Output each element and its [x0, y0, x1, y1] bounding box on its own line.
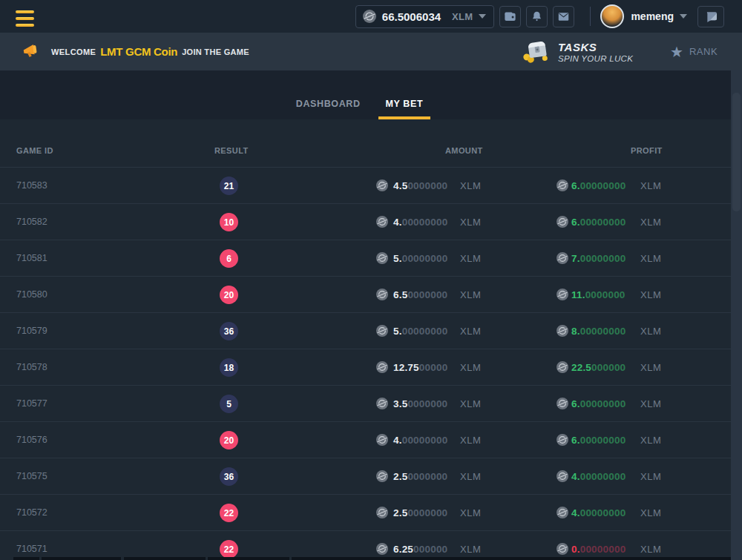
bet-profit: 0.00000000	[571, 544, 626, 555]
table-row[interactable]: 710577 5 3.50000000 XLM 6.00000000 XLM	[0, 386, 731, 422]
username[interactable]: memeng	[631, 10, 674, 22]
bet-amount: 6.25000000	[393, 544, 447, 555]
amount-currency: XLM	[460, 471, 481, 482]
envelope-icon	[556, 10, 571, 24]
game-id: 710578	[16, 362, 47, 372]
bet-amount: 4.00000000	[393, 435, 447, 446]
bet-profit: 6.00000000	[571, 398, 626, 409]
game-id: 710580	[16, 289, 47, 300]
bet-amount: 4.00000000	[393, 217, 447, 228]
xlm-coin-icon	[556, 216, 568, 228]
xlm-coin-icon	[376, 179, 388, 191]
table-row[interactable]: 710583 21 4.50000000 XLM 6.00000000 XLM	[0, 168, 731, 204]
bet-amount: 3.50000000	[393, 398, 447, 409]
scrollbar[interactable]	[731, 70, 742, 560]
game-id: 710581	[16, 253, 47, 263]
xlm-coin-icon	[556, 398, 568, 409]
game-id: 710572	[16, 507, 47, 518]
chevron-down-icon	[680, 14, 687, 19]
xlm-coin-icon	[556, 470, 568, 482]
topbar-right: 66.5006034 XLM memeng	[355, 0, 724, 33]
balance-box[interactable]: 66.5006034 XLM	[355, 5, 495, 28]
table-row[interactable]: 710581 6 5.00000000 XLM 7.00000000 XLM	[0, 240, 731, 277]
bet-profit: 7.00000000	[571, 253, 626, 264]
xlm-coin-icon	[556, 361, 568, 373]
top-navbar: 66.5006034 XLM memeng	[0, 0, 742, 33]
amount-currency: XLM	[460, 289, 481, 300]
header-game-id: GAME ID	[16, 146, 53, 155]
xlm-coin-icon	[376, 361, 388, 373]
game-id: 710579	[16, 326, 47, 336]
table-row[interactable]: 710578 18 12.7500000 XLM 22.5000000 XLM	[0, 349, 731, 386]
result-badge: 22	[220, 504, 238, 522]
result-badge: 21	[220, 177, 238, 195]
amount-currency: XLM	[460, 326, 481, 337]
menu-icon[interactable]	[16, 10, 34, 30]
balance-currency-select[interactable]: XLM	[452, 11, 473, 22]
xlm-coin-icon	[376, 216, 388, 228]
table-row[interactable]: 710582 10 4.00000000 XLM 6.00000000 XLM	[0, 204, 731, 240]
rank-widget[interactable]: ★ RANK	[670, 33, 718, 70]
xlm-coin-icon	[556, 325, 568, 337]
profit-currency: XLM	[640, 217, 661, 228]
profit-currency: XLM	[640, 471, 661, 482]
star-icon: ★	[670, 45, 683, 59]
xlm-coin-icon	[376, 289, 388, 300]
bet-amount: 12.7500000	[393, 362, 447, 373]
profit-currency: XLM	[640, 544, 661, 555]
profit-currency: XLM	[640, 180, 661, 191]
bet-profit: 8.00000000	[571, 326, 626, 337]
messages-button[interactable]	[553, 6, 574, 27]
balance-amount: 66.5006034	[382, 10, 441, 23]
amount-currency: XLM	[460, 217, 481, 228]
chat-button[interactable]	[697, 6, 724, 27]
bet-profit: 22.5000000	[571, 362, 626, 373]
notifications-button[interactable]	[526, 6, 548, 27]
table-body: 710583 21 4.50000000 XLM 6.00000000 XLM …	[0, 168, 731, 560]
tab-my-bet[interactable]: MY BET	[378, 70, 431, 119]
xlm-coin-icon	[556, 179, 568, 191]
page: 66.5006034 XLM memeng WELCO	[0, 0, 742, 560]
result-badge: 10	[220, 213, 238, 231]
xlm-coin-icon	[363, 10, 376, 23]
result-badge: 36	[220, 322, 238, 340]
wallet-button[interactable]	[499, 6, 521, 27]
amount-currency: XLM	[460, 398, 481, 409]
amount-currency: XLM	[460, 180, 481, 191]
table-row[interactable]: 710572 22 2.50000000 XLM 4.00000000 XLM	[0, 495, 731, 531]
table-row[interactable]: 710576 20 4.00000000 XLM 6.00000000 XLM	[0, 422, 731, 458]
profit-currency: XLM	[640, 326, 661, 337]
table-row[interactable]: 710580 20 6.50000000 XLM 11.0000000 XLM	[0, 277, 731, 313]
bet-amount: 2.50000000	[393, 471, 447, 482]
bet-amount: 5.00000000	[393, 326, 447, 337]
xlm-coin-icon	[556, 507, 568, 518]
table-row[interactable]: 710579 36 5.00000000 XLM 8.00000000 XLM	[0, 313, 731, 349]
result-badge: 20	[220, 286, 238, 304]
bet-amount: 4.50000000	[393, 180, 447, 191]
table-row[interactable]: 710571 22 6.25000000 XLM 0.00000000 XLM	[0, 531, 731, 560]
coin-name[interactable]: LMT GCM Coin	[100, 45, 177, 58]
rank-label: RANK	[689, 46, 718, 57]
xlm-coin-icon	[376, 507, 388, 518]
scrollbar-thumb[interactable]	[732, 93, 741, 211]
tasks-widget[interactable]: TASKS SPIN YOUR LUCK	[521, 33, 633, 70]
tasks-title: TASKS	[558, 41, 633, 53]
game-id: 710583	[16, 180, 47, 191]
bet-amount: 5.00000000	[393, 253, 447, 264]
bet-profit: 6.00000000	[571, 180, 626, 191]
announcement-bar: WELCOME LMT GCM Coin JOIN THE GAME TASKS…	[0, 33, 742, 70]
profit-currency: XLM	[640, 435, 661, 446]
header-result: RESULT	[214, 146, 249, 155]
tab-dashboard[interactable]: DASHBOARD	[289, 70, 368, 119]
profit-currency: XLM	[640, 362, 661, 373]
megaphone-icon	[21, 42, 41, 62]
tasks-subtitle: SPIN YOUR LUCK	[558, 54, 633, 63]
avatar[interactable]	[600, 4, 624, 28]
bet-profit: 4.00000000	[571, 471, 626, 482]
result-badge: 6	[220, 249, 238, 268]
table-row[interactable]: 710575 36 2.50000000 XLM 4.00000000 XLM	[0, 458, 731, 495]
header-profit: PROFIT	[631, 146, 663, 155]
xlm-coin-icon	[556, 252, 568, 264]
game-id: 710571	[16, 544, 47, 554]
result-badge: 36	[220, 467, 238, 486]
